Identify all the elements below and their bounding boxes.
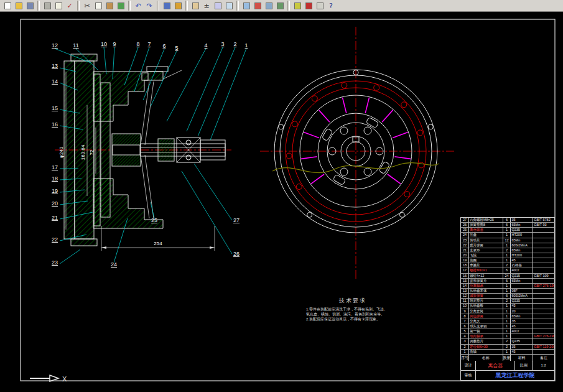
table-cell-note: GB/T 276-1994 bbox=[533, 334, 555, 339]
design-center-icon[interactable] bbox=[275, 1, 285, 11]
table-cell-name: 摩擦片 bbox=[469, 263, 503, 268]
table-row: 26弹簧垫圈8665MnGB/T 93 bbox=[461, 223, 555, 228]
table-cell-note: GB/T 119-2000 bbox=[533, 345, 555, 350]
table-cell-name: 分离轴承 bbox=[469, 284, 503, 289]
table-cell-no: 4 bbox=[461, 334, 469, 339]
table-row: 8回位弹簧165Mn bbox=[461, 314, 555, 319]
table-cell-no: 25 bbox=[461, 228, 469, 233]
table-cell-mat: 65Mn bbox=[511, 279, 533, 284]
callout-11: 11 bbox=[73, 42, 78, 49]
pan-icon[interactable] bbox=[190, 1, 200, 11]
table-cell-note bbox=[533, 253, 555, 258]
dim-163: 163.64 bbox=[80, 144, 86, 160]
table-cell-no: 17 bbox=[461, 268, 469, 273]
table-row: 25离合器盖1Q235 bbox=[461, 228, 555, 233]
table-cell-no: 19 bbox=[461, 258, 469, 263]
table-cell-no: 21 bbox=[461, 248, 469, 253]
table-cell-note: GB/T 93 bbox=[533, 223, 555, 228]
table-cell-qty: 6 bbox=[503, 223, 511, 228]
dim-dia240: φ240 bbox=[58, 146, 64, 158]
table-cell-qty: 6 bbox=[503, 294, 511, 299]
table-cell-mat: 45 bbox=[511, 304, 533, 309]
redraw-icon[interactable] bbox=[253, 1, 263, 11]
spelling-icon[interactable]: ✓ bbox=[65, 1, 75, 11]
table-cell-no: 9 bbox=[461, 309, 469, 314]
table-row: 12减振弹簧660Si2MnA bbox=[461, 294, 555, 299]
table-cell-name: 从动盘毂 bbox=[469, 304, 503, 309]
table-cell-qty: 1 bbox=[503, 314, 511, 319]
table-cell-qty: 1 bbox=[503, 334, 511, 339]
paste-icon[interactable] bbox=[105, 1, 114, 11]
zoom-window-icon[interactable] bbox=[213, 1, 223, 11]
table-cell-qty: 24 bbox=[503, 274, 511, 279]
toolbar-separator bbox=[287, 1, 290, 11]
callout-14: 14 bbox=[52, 78, 58, 85]
help-icon[interactable]: ? bbox=[326, 1, 336, 11]
table-cell-no: 26 bbox=[461, 223, 469, 228]
tech-req-line: 1.零件在装配前应清洗干净，不得有毛刺、飞边、 bbox=[306, 307, 399, 312]
table-row: 14分离轴承1GB/T 276-1994 bbox=[461, 284, 555, 289]
save-icon[interactable] bbox=[25, 1, 35, 11]
table-cell-mat: 45 bbox=[511, 350, 533, 355]
table-cell-mat: Q215 bbox=[511, 274, 533, 279]
linetype-icon[interactable] bbox=[315, 1, 325, 11]
callout-7: 7 bbox=[147, 41, 151, 47]
callout-25: 25 bbox=[151, 217, 157, 223]
dim-72: 72 bbox=[89, 149, 95, 155]
table-cell-note bbox=[533, 238, 555, 243]
table-cell-mat: Q235 bbox=[511, 299, 533, 304]
open-folder-icon[interactable] bbox=[14, 1, 24, 11]
callout-21: 21 bbox=[52, 215, 58, 221]
redo-icon[interactable]: ↷ bbox=[144, 1, 154, 11]
table-cell-note bbox=[533, 243, 555, 248]
table-cell-no: 22 bbox=[461, 243, 469, 248]
print-preview-icon[interactable] bbox=[54, 1, 63, 11]
table-cell-qty: 2 bbox=[503, 339, 511, 344]
table-row: 16铆钉4×1224Q215GB/T 109 bbox=[461, 274, 555, 279]
table-cell-no: 15 bbox=[461, 279, 469, 284]
table-cell-note bbox=[533, 289, 555, 294]
table-cell-name: 铆钉4×12 bbox=[469, 274, 503, 279]
match-properties-icon[interactable] bbox=[116, 1, 126, 11]
table-cell-qty: 1 bbox=[503, 309, 511, 314]
table-cell-mat: 35 bbox=[511, 218, 533, 223]
table-cell-qty: 6 bbox=[503, 279, 511, 284]
print-icon[interactable] bbox=[42, 1, 52, 11]
table-cell-qty: 1 bbox=[503, 350, 511, 355]
drawing-canvas[interactable]: 254 φ240 163.64 72 bbox=[0, 12, 563, 392]
table-cell-qty: 2 bbox=[503, 345, 511, 350]
distance-icon[interactable] bbox=[241, 1, 251, 11]
table-cell-name: 传动片 bbox=[469, 238, 503, 243]
color-control-icon[interactable] bbox=[304, 1, 314, 11]
cut-icon[interactable]: ✂ bbox=[82, 1, 92, 11]
table-cell-note bbox=[533, 233, 555, 238]
table-cell-note bbox=[533, 314, 555, 319]
table-row: 19齿圈145 bbox=[461, 258, 555, 263]
zoom-previous-icon[interactable] bbox=[224, 1, 234, 11]
undo-icon[interactable]: ↶ bbox=[133, 1, 143, 11]
dim-254: 254 bbox=[154, 241, 162, 246]
properties-icon[interactable] bbox=[264, 1, 274, 11]
callout-3: 3 bbox=[221, 41, 224, 47]
callout-1: 1 bbox=[244, 42, 248, 49]
table-cell-mat: 65Mn bbox=[511, 248, 533, 253]
table-cell-note bbox=[533, 329, 555, 334]
scale-value: 1:2 bbox=[533, 361, 555, 371]
callout-19: 19 bbox=[52, 188, 58, 194]
object-snap-icon[interactable] bbox=[173, 1, 183, 11]
ucs-icon[interactable]: X bbox=[30, 375, 67, 383]
table-row: 1曲轴145 bbox=[461, 350, 555, 355]
new-file-icon[interactable] bbox=[2, 1, 12, 11]
table-cell-mat: HT200 bbox=[511, 233, 533, 238]
table-cell-name: 弹簧垫圈8 bbox=[469, 223, 503, 228]
tech-req-title: 技术要求 bbox=[306, 297, 399, 305]
table-cell-name: 曲轴 bbox=[469, 350, 503, 355]
layer-icon[interactable] bbox=[292, 1, 302, 11]
copy-icon[interactable] bbox=[93, 1, 103, 11]
table-cell-note bbox=[533, 294, 555, 299]
table-cell-no: 18 bbox=[461, 263, 469, 268]
callout-17: 17 bbox=[52, 164, 58, 170]
zoom-realtime-icon[interactable]: ± bbox=[202, 1, 212, 11]
title-block: 设计 离合器 比例 1:2 审核 黑龙江工程学院 bbox=[460, 361, 555, 381]
insert-hyperlink-icon[interactable] bbox=[162, 1, 172, 11]
